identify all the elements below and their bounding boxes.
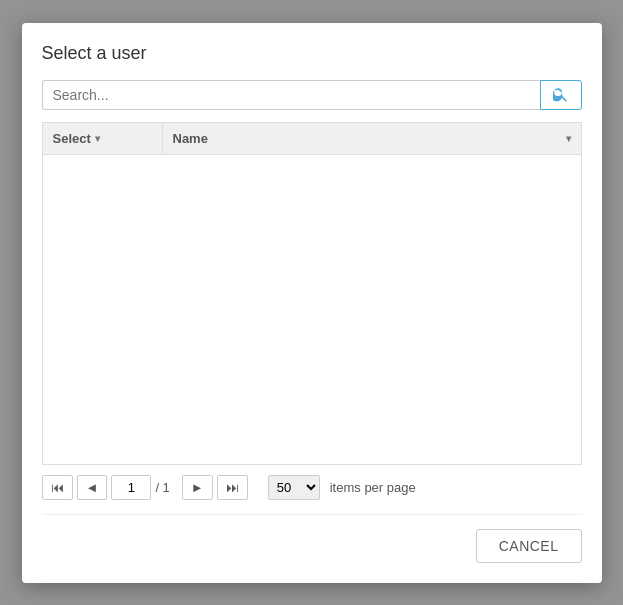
page-number-input[interactable] bbox=[111, 475, 151, 500]
prev-page-button[interactable]: ◄ bbox=[77, 475, 108, 500]
search-row bbox=[42, 80, 582, 110]
cancel-button[interactable]: CANCEL bbox=[476, 529, 582, 563]
page-total: / 1 bbox=[155, 480, 169, 495]
search-icon bbox=[553, 87, 569, 103]
select-chevron-icon: ▾ bbox=[95, 133, 100, 144]
name-chevron-icon: ▾ bbox=[566, 133, 571, 144]
first-page-button[interactable]: ⏮ bbox=[42, 475, 73, 500]
next-page-button[interactable]: ► bbox=[182, 475, 213, 500]
search-button[interactable] bbox=[540, 80, 582, 110]
select-user-dialog: Select a user Select ▾ Name ▾ ⏮ ◄ / 1 ► … bbox=[22, 23, 602, 583]
dialog-footer: CANCEL bbox=[42, 514, 582, 563]
search-input[interactable] bbox=[42, 80, 540, 110]
items-per-page-label: items per page bbox=[330, 480, 416, 495]
col-name-header[interactable]: Name ▾ bbox=[163, 123, 581, 154]
user-table: Select ▾ Name ▾ bbox=[42, 122, 582, 465]
dialog-title: Select a user bbox=[42, 43, 582, 64]
table-body bbox=[43, 155, 581, 464]
pagination-row: ⏮ ◄ / 1 ► ⏭ 50 25 100 items per page bbox=[42, 465, 582, 504]
items-per-page-select[interactable]: 50 25 100 bbox=[268, 475, 320, 500]
col-select-header[interactable]: Select ▾ bbox=[43, 123, 163, 154]
table-header: Select ▾ Name ▾ bbox=[43, 123, 581, 155]
last-page-button[interactable]: ⏭ bbox=[217, 475, 248, 500]
